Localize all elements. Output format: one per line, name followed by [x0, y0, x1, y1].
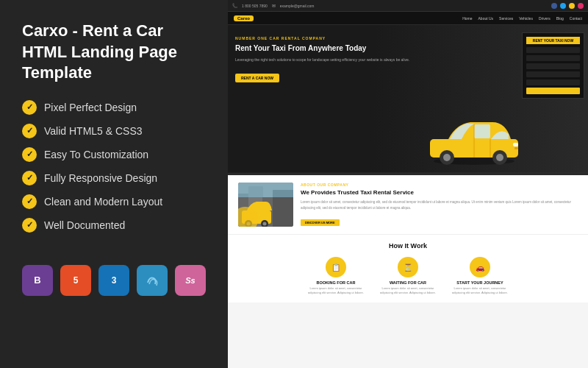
step-2-title: WAITING FOR CAR — [375, 280, 441, 285]
svg-rect-10 — [514, 147, 518, 149]
list-item: Pixel Perfect Design — [22, 100, 206, 115]
preview-bottom: ABOUT OUR COMPANY We Provides Trusted Ta… — [228, 175, 588, 368]
sim-hero: Number One Car Rental Company Rent Your … — [228, 25, 588, 172]
nav-links: Home About Us Services Vehicles Drivers … — [462, 16, 582, 21]
sim-topbar: 📞 1 800 505 7890 ✉ example@gmail.com — [228, 0, 588, 12]
hero-inner: 📞 1 800 505 7890 ✉ example@gmail.com Car… — [228, 0, 588, 173]
badge-css3: 3 — [98, 265, 129, 296]
svg-rect-12 — [238, 194, 249, 227]
product-title: Carxo - Rent a Car HTML Landing Page Tem… — [22, 21, 206, 84]
check-icon — [22, 124, 37, 138]
check-icon — [22, 171, 37, 185]
list-item: Valid HTML5 & CSS3 — [22, 124, 206, 138]
sim-how-it-works: How It Work 📋 BOOKING FOR CAR Lorem ipsu… — [228, 235, 588, 302]
feature-label: Valid HTML5 & CSS3 — [44, 125, 143, 137]
svg-point-21 — [263, 222, 267, 226]
badge-jquery — [137, 265, 168, 296]
nav-logo: Carxo — [234, 15, 254, 21]
feature-label: Clean and Modern Layout — [44, 196, 162, 208]
hero-cta: RENT A CAR NOW — [235, 74, 279, 82]
preview-hero: 📞 1 800 505 7890 ✉ example@gmail.com Car… — [228, 0, 588, 173]
nav-link: About Us — [478, 16, 494, 21]
check-icon — [22, 218, 37, 233]
feature-label: Easy To Customization — [44, 149, 148, 160]
about-cta: DISCOVER US MORE — [301, 219, 340, 226]
sim-nav: Carxo Home About Us Services Vehicles Dr… — [228, 12, 588, 25]
step-1-title: BOOKING FOR CAR — [303, 280, 369, 285]
step-1: 📋 BOOKING FOR CAR Lorem ipsum dolor sit … — [303, 257, 369, 295]
check-icon — [22, 194, 37, 209]
form-field-dropoff — [526, 55, 580, 61]
step-3: 🚗 START YOUR JOURNEY Lorem ipsum dolor s… — [447, 257, 513, 295]
tech-badges: B 5 3 Ss — [22, 265, 206, 296]
check-icon — [22, 147, 37, 162]
form-field-pickup — [526, 47, 580, 53]
features-list: Pixel Perfect Design Valid HTML5 & CSS3 … — [22, 100, 206, 241]
about-text: ABOUT OUR COMPANY We Provides Trusted Ta… — [301, 183, 578, 227]
list-item: Easy To Customization — [22, 147, 206, 162]
step-3-title: START YOUR JOURNEY — [447, 280, 513, 285]
svg-point-8 — [443, 154, 451, 161]
nav-link: Drivers — [539, 16, 551, 21]
list-item: Clean and Modern Layout — [22, 194, 206, 209]
form-field-time — [526, 71, 580, 77]
form-title: RENT YOUR TAXI NOW — [526, 37, 580, 44]
svg-rect-9 — [513, 143, 518, 146]
svg-point-19 — [247, 222, 251, 226]
check-icon — [22, 100, 37, 115]
about-title: We Provides Trusted Taxi Rental Service — [301, 189, 578, 197]
list-item: Well Documented — [22, 218, 206, 233]
badge-html5: 5 — [60, 265, 91, 296]
nav-link: Services — [499, 16, 513, 21]
feature-label: Well Documented — [44, 219, 125, 231]
nav-link: Home — [462, 16, 472, 21]
email-icon: ✉ — [272, 3, 276, 8]
badge-bootstrap: B — [22, 265, 53, 296]
step-1-icon: 📋 — [326, 257, 346, 277]
booking-form: RENT YOUR TAXI NOW — [522, 32, 584, 99]
badge-sass: Ss — [175, 265, 206, 296]
topbar-left: 📞 1 800 505 7890 ✉ example@gmail.com — [232, 3, 315, 8]
about-tag: ABOUT OUR COMPANY — [301, 183, 578, 187]
sim-about: ABOUT OUR COMPANY We Provides Trusted Ta… — [228, 175, 588, 235]
topbar-email: example@gmail.com — [280, 4, 315, 8]
phone-icon: 📞 — [232, 3, 237, 8]
hiw-title: How It Work — [238, 242, 578, 250]
step-3-text: Lorem ipsum dolor sit amet, consectetur … — [447, 286, 513, 295]
form-submit — [526, 88, 580, 94]
feature-label: Pixel Perfect Design — [44, 102, 137, 113]
nav-link: Blog — [556, 16, 564, 21]
form-field-type — [526, 79, 580, 85]
step-2-icon: ⏳ — [398, 257, 418, 277]
svg-rect-16 — [238, 183, 293, 197]
step-2-text: Lorem ipsum dolor sit amet, consectetur … — [375, 286, 441, 295]
hero-car — [426, 113, 522, 165]
left-panel: Carxo - Rent a Car HTML Landing Page Tem… — [0, 0, 228, 368]
svg-point-18 — [245, 220, 252, 227]
step-3-icon: 🚗 — [470, 257, 490, 277]
svg-rect-2 — [474, 124, 490, 138]
hiw-steps: 📋 BOOKING FOR CAR Lorem ipsum dolor sit … — [238, 257, 578, 295]
feature-label: Fully Responsive Design — [44, 172, 157, 184]
nav-link: Vehicles — [519, 16, 533, 21]
topbar-phone: 1 800 505 7890 — [242, 4, 268, 8]
step-2: ⏳ WAITING FOR CAR Lorem ipsum dolor sit … — [375, 257, 441, 295]
step-1-text: Lorem ipsum dolor sit amet, consectetur … — [303, 286, 369, 295]
form-field-date — [526, 63, 580, 69]
about-image — [238, 183, 293, 227]
nav-link: Contact — [570, 16, 582, 21]
right-panel: 📞 1 800 505 7890 ✉ example@gmail.com Car… — [228, 0, 588, 368]
svg-point-6 — [496, 154, 503, 161]
about-description: Lorem ipsum dolor sit amet, consectetur … — [301, 199, 578, 210]
list-item: Fully Responsive Design — [22, 171, 206, 185]
